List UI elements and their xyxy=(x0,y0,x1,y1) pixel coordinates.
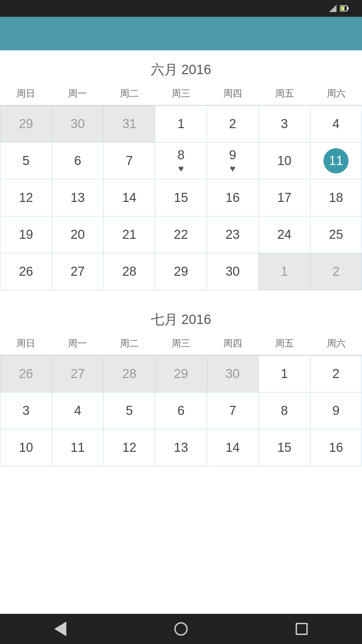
recent-nav-button[interactable] xyxy=(292,619,312,639)
cal-cell[interactable]: 26 xyxy=(0,253,52,290)
cal-cell[interactable]: 6 xyxy=(52,143,104,179)
cal-cell[interactable]: 9♥ xyxy=(207,143,259,179)
cal-date: 12 xyxy=(122,440,136,455)
cal-cell[interactable]: 11 xyxy=(52,429,104,466)
cal-cell[interactable]: 16 xyxy=(310,429,362,466)
cal-date: 22 xyxy=(174,227,188,243)
cal-cell[interactable]: 3 xyxy=(259,106,310,143)
cal-date: 2 xyxy=(333,366,340,382)
cal-cell[interactable]: 12 xyxy=(104,429,155,466)
day-header: 周四 xyxy=(207,82,258,105)
bottom-nav xyxy=(0,614,362,644)
cal-cell[interactable]: 13 xyxy=(52,179,104,216)
cal-date: 4 xyxy=(74,403,81,419)
cal-date: 15 xyxy=(277,440,291,455)
day-header: 周日 xyxy=(0,332,52,355)
cal-date: 10 xyxy=(19,440,33,455)
cal-cell[interactable]: 2 xyxy=(310,356,362,392)
cal-cell[interactable]: 22 xyxy=(155,216,207,253)
cal-cell[interactable]: 23 xyxy=(207,216,259,253)
cal-date: 6 xyxy=(177,403,184,419)
day-header: 周二 xyxy=(104,82,155,105)
cal-cell[interactable]: 5 xyxy=(104,392,155,429)
cal-cell[interactable]: 4 xyxy=(310,106,362,143)
cal-cell[interactable]: 30 xyxy=(52,106,104,143)
cal-date: 31 xyxy=(122,116,136,132)
cal-cell[interactable]: 29 xyxy=(155,356,207,392)
cal-date: 3 xyxy=(22,403,29,419)
recent-nav-icon xyxy=(296,623,308,635)
cal-cell[interactable]: 8♥ xyxy=(155,143,207,179)
cal-cell[interactable]: 29 xyxy=(0,106,52,143)
cal-cell[interactable]: 11 xyxy=(310,143,362,179)
cal-date: 27 xyxy=(71,366,85,382)
cal-date: 30 xyxy=(226,264,240,279)
cal-date: 14 xyxy=(122,190,136,206)
cal-cell[interactable]: 30 xyxy=(207,253,259,290)
cal-date: 2 xyxy=(229,116,236,132)
cal-cell[interactable]: 19 xyxy=(0,216,52,253)
cal-date: 17 xyxy=(277,190,291,206)
cal-date: 28 xyxy=(122,264,136,279)
cal-cell[interactable]: 30 xyxy=(207,356,259,392)
cal-cell[interactable]: 1 xyxy=(259,356,310,392)
cal-cell[interactable]: 2 xyxy=(310,253,362,290)
cal-cell[interactable]: 12 xyxy=(0,179,52,216)
cal-cell[interactable]: 10 xyxy=(0,429,52,466)
cal-date: 4 xyxy=(333,116,340,132)
cal-cell[interactable]: 6 xyxy=(155,392,207,429)
cal-cell[interactable]: 16 xyxy=(207,179,259,216)
cal-date: 7 xyxy=(229,403,236,419)
home-nav-button[interactable] xyxy=(171,619,191,639)
cal-cell[interactable]: 31 xyxy=(104,106,155,143)
cal-date: 23 xyxy=(226,227,240,243)
back-nav-button[interactable] xyxy=(50,619,70,639)
cal-cell[interactable]: 2 xyxy=(207,106,259,143)
day-header: 周日 xyxy=(0,82,52,105)
cal-cell[interactable]: 24 xyxy=(259,216,310,253)
cal-cell[interactable]: 27 xyxy=(52,253,104,290)
cal-cell[interactable]: 3 xyxy=(0,392,52,429)
selected-date-circle: 11 xyxy=(323,148,349,173)
cal-date: 2 xyxy=(333,264,340,279)
cal-date: 13 xyxy=(71,190,85,206)
cal-cell[interactable]: 14 xyxy=(104,179,155,216)
cal-cell[interactable]: 28 xyxy=(104,253,155,290)
cal-date: 26 xyxy=(19,366,33,382)
cal-date: 1 xyxy=(177,116,184,132)
cal-cell[interactable]: 7 xyxy=(207,392,259,429)
cal-date: 9 xyxy=(333,403,340,419)
cal-grid: 262728293012345678910111213141516 xyxy=(0,355,362,466)
cal-date: 10 xyxy=(277,153,291,169)
cal-cell[interactable]: 5 xyxy=(0,143,52,179)
cal-cell[interactable]: 21 xyxy=(104,216,155,253)
cal-date: 30 xyxy=(71,116,85,132)
battery-icon xyxy=(340,5,349,12)
cal-cell[interactable]: 25 xyxy=(310,216,362,253)
cal-cell[interactable]: 27 xyxy=(52,356,104,392)
cal-cell[interactable]: 13 xyxy=(155,429,207,466)
cal-cell[interactable]: 7 xyxy=(104,143,155,179)
cal-cell[interactable]: 26 xyxy=(0,356,52,392)
cal-date: 24 xyxy=(277,227,291,243)
cal-cell[interactable]: 20 xyxy=(52,216,104,253)
cal-cell[interactable]: 15 xyxy=(155,179,207,216)
cal-cell[interactable]: 29 xyxy=(155,253,207,290)
cal-cell[interactable]: 28 xyxy=(104,356,155,392)
cal-cell[interactable]: 17 xyxy=(259,179,310,216)
cal-cell[interactable]: 9 xyxy=(310,392,362,429)
cal-date: 16 xyxy=(226,190,240,206)
cal-cell[interactable]: 10 xyxy=(259,143,310,179)
cal-cell[interactable]: 15 xyxy=(259,429,310,466)
cal-date: 18 xyxy=(329,190,343,206)
cal-cell[interactable]: 4 xyxy=(52,392,104,429)
cal-cell[interactable]: 14 xyxy=(207,429,259,466)
cal-cell[interactable]: 1 xyxy=(259,253,310,290)
cal-date: 20 xyxy=(71,227,85,243)
cal-grid: 29303112345678♥9♥10111213141516171819202… xyxy=(0,105,362,290)
cal-cell[interactable]: 1 xyxy=(155,106,207,143)
cal-cell[interactable]: 8 xyxy=(259,392,310,429)
day-header: 周一 xyxy=(52,82,103,105)
cal-date: 28 xyxy=(122,366,136,382)
cal-cell[interactable]: 18 xyxy=(310,179,362,216)
